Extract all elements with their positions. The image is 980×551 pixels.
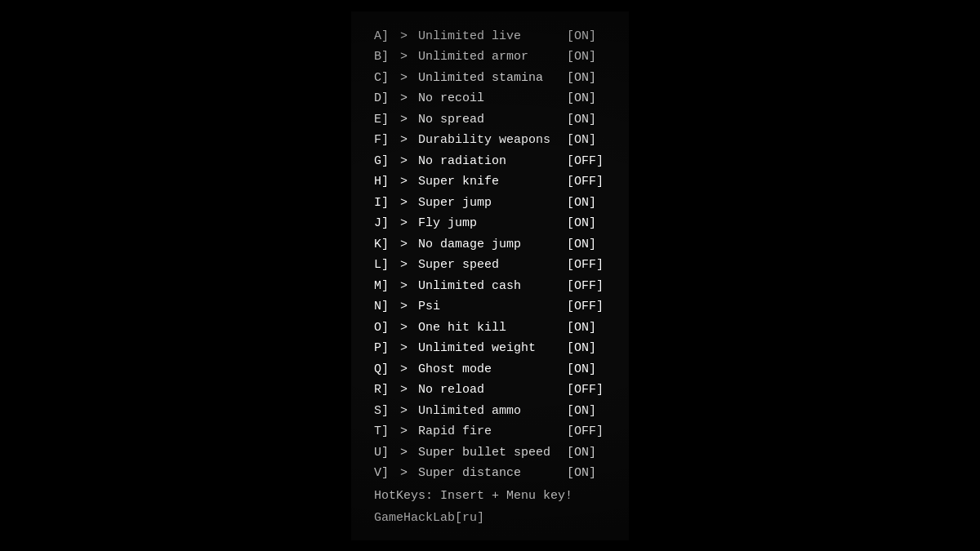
menu-item[interactable]: R] > No reload [OFF] [374, 380, 606, 401]
menu-item[interactable]: D] > No recoil [ON] [374, 88, 606, 109]
menu-item-label: Super speed [418, 255, 567, 276]
menu-item-label: Fly jump [418, 213, 567, 234]
menu-item-status: [ON] [567, 401, 606, 422]
menu-item[interactable]: V] > Super distance [ON] [374, 463, 606, 484]
menu-item-key: O] [374, 318, 400, 339]
menu-item-key: P] [374, 338, 400, 359]
menu-item-key: M] [374, 276, 400, 297]
menu-item-key: R] [374, 380, 400, 401]
menu-item[interactable]: U] > Super bullet speed [ON] [374, 442, 606, 464]
menu-item-status: [ON] [567, 442, 606, 464]
menu-item-key: T] [374, 421, 400, 442]
menu-item[interactable]: T] > Rapid fire [OFF] [374, 421, 606, 442]
menu-item[interactable]: P] > Unlimited weight [ON] [374, 338, 606, 359]
menu-item[interactable]: H] > Super knife [OFF] [374, 171, 606, 193]
menu-item[interactable]: C] > Unlimited stamina [ON] [374, 68, 606, 89]
menu-item[interactable]: J] > Fly jump [ON] [374, 213, 606, 234]
menu-item-label: Unlimited live [418, 26, 567, 47]
menu-item-arrow: > [400, 401, 415, 422]
menu-item-status: [ON] [567, 463, 606, 484]
menu-item-key: U] [374, 442, 400, 464]
menu-item-key: N] [374, 296, 400, 318]
menu-item-key: K] [374, 234, 400, 256]
menu-item-arrow: > [400, 442, 415, 464]
menu-item-status: [ON] [567, 68, 606, 89]
menu-item-status: [ON] [567, 130, 606, 151]
menu-item-status: [OFF] [567, 276, 606, 297]
cheat-menu: A] > Unlimited live [ON]B] > Unlimited a… [351, 11, 629, 540]
menu-item[interactable]: M] > Unlimited cash [OFF] [374, 276, 606, 297]
menu-item-arrow: > [400, 109, 415, 131]
menu-item-key: A] [374, 26, 400, 47]
menu-item-label: Super distance [418, 463, 567, 484]
menu-item-key: D] [374, 88, 400, 109]
menu-item[interactable]: S] > Unlimited ammo [ON] [374, 401, 606, 422]
menu-item-arrow: > [400, 26, 415, 47]
menu-item-key: Q] [374, 359, 400, 380]
menu-item[interactable]: E] > No spread [ON] [374, 109, 606, 131]
menu-item-arrow: > [400, 318, 415, 339]
menu-item-status: [OFF] [567, 151, 606, 172]
menu-item-arrow: > [400, 276, 415, 297]
menu-item-status: [ON] [567, 234, 606, 256]
menu-item-key: E] [374, 109, 400, 131]
menu-item[interactable]: O] > One hit kill [ON] [374, 318, 606, 339]
menu-item-status: [OFF] [567, 255, 606, 276]
menu-item-label: No reload [418, 380, 567, 401]
menu-item-arrow: > [400, 88, 415, 109]
menu-item-label: Ghost mode [418, 359, 567, 380]
menu-item-label: No damage jump [418, 234, 567, 256]
menu-item[interactable]: B] > Unlimited armor [ON] [374, 47, 606, 68]
menu-item-label: Unlimited weight [418, 338, 567, 359]
menu-item[interactable]: Q] > Ghost mode [ON] [374, 359, 606, 380]
menu-item-status: [ON] [567, 213, 606, 234]
menu-item-label: Super knife [418, 171, 567, 193]
menu-item-arrow: > [400, 463, 415, 484]
menu-item-status: [ON] [567, 318, 606, 339]
menu-item-key: V] [374, 463, 400, 484]
menu-item-status: [OFF] [567, 380, 606, 401]
menu-item-status: [OFF] [567, 421, 606, 442]
menu-item-status: [OFF] [567, 171, 606, 193]
menu-item[interactable]: N] > Psi [OFF] [374, 296, 606, 318]
menu-item-label: Super jump [418, 193, 567, 214]
screen: A] > Unlimited live [ON]B] > Unlimited a… [0, 0, 980, 551]
menu-item[interactable]: F] > Durability weapons [ON] [374, 130, 606, 151]
menu-item-label: Unlimited armor [418, 47, 567, 68]
menu-item[interactable]: K] > No damage jump [ON] [374, 234, 606, 256]
menu-item[interactable]: G] > No radiation [OFF] [374, 151, 606, 172]
menu-item-arrow: > [400, 130, 415, 151]
menu-item-label: No radiation [418, 151, 567, 172]
menu-item-key: G] [374, 151, 400, 172]
menu-item-arrow: > [400, 296, 415, 318]
menu-item-label: No recoil [418, 88, 567, 109]
menu-item-label: Super bullet speed [418, 442, 567, 464]
menu-item-status: [ON] [567, 109, 606, 131]
menu-item-key: J] [374, 213, 400, 234]
menu-item-arrow: > [400, 380, 415, 401]
menu-item-status: [ON] [567, 47, 606, 68]
menu-item-label: Psi [418, 296, 567, 318]
menu-item-key: L] [374, 255, 400, 276]
menu-item-arrow: > [400, 255, 415, 276]
menu-item-status: [ON] [567, 26, 606, 47]
menu-item-arrow: > [400, 68, 415, 89]
menu-item-key: H] [374, 171, 400, 193]
menu-item-label: Durability weapons [418, 130, 567, 151]
menu-item-status: [OFF] [567, 296, 606, 318]
footer-hotkeys: HotKeys: Insert + Menu key! [374, 486, 606, 507]
menu-item[interactable]: L] > Super speed [OFF] [374, 255, 606, 276]
menu-item-label: No spread [418, 109, 567, 131]
menu-item-key: S] [374, 401, 400, 422]
menu-item-arrow: > [400, 151, 415, 172]
menu-item-arrow: > [400, 338, 415, 359]
menu-item-label: Unlimited cash [418, 276, 567, 297]
menu-item[interactable]: I] > Super jump [ON] [374, 193, 606, 214]
menu-item-label: Unlimited ammo [418, 401, 567, 422]
menu-item-status: [ON] [567, 193, 606, 214]
menu-item-key: C] [374, 68, 400, 89]
menu-item-status: [ON] [567, 359, 606, 380]
menu-item-arrow: > [400, 171, 415, 193]
menu-item-status: [ON] [567, 88, 606, 109]
menu-item[interactable]: A] > Unlimited live [ON] [374, 26, 606, 47]
